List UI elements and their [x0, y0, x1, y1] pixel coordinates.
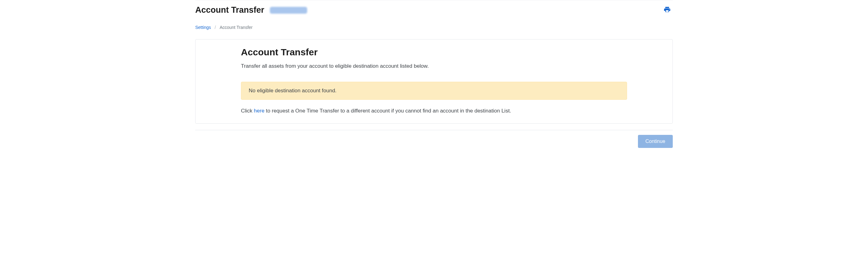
account-id-badge [270, 7, 307, 14]
header-row: Account Transfer [195, 0, 673, 16]
one-time-transfer-link[interactable]: here [254, 108, 265, 114]
card-subtitle: Transfer all assets from your account to… [241, 63, 627, 69]
help-prefix: Click [241, 108, 254, 114]
breadcrumb-settings-link[interactable]: Settings [195, 25, 211, 30]
print-icon [663, 6, 671, 14]
help-text: Click here to request a One Time Transfe… [241, 108, 627, 114]
breadcrumb-separator: / [215, 25, 216, 30]
breadcrumb: Settings / Account Transfer [195, 25, 673, 30]
card-title: Account Transfer [241, 47, 627, 58]
footer-section: Continue [195, 130, 673, 148]
page-title: Account Transfer [195, 5, 264, 15]
page-container: Account Transfer Settings / Account Tran… [192, 0, 676, 148]
continue-button[interactable]: Continue [638, 135, 673, 148]
alert-message: No eligible destination account found. [249, 88, 337, 94]
breadcrumb-current: Account Transfer [219, 25, 252, 30]
page-title-wrap: Account Transfer [195, 5, 307, 15]
main-card: Account Transfer Transfer all assets fro… [195, 39, 673, 124]
alert-warning: No eligible destination account found. [241, 82, 627, 100]
help-suffix: to request a One Time Transfer to a diff… [265, 108, 512, 114]
print-button[interactable] [661, 4, 673, 16]
